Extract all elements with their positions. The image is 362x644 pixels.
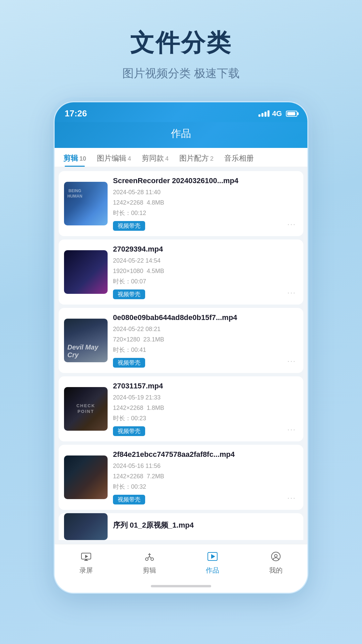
file-item[interactable]: Devil May Cry 0e080e09bab644ad8de0b15f7.… [59,308,303,373]
nav-edit[interactable]: 剪辑 [142,549,157,575]
svg-rect-3 [84,560,88,561]
page-subtitle: 图片视频分类 极速下载 [122,66,239,81]
file-resolution: 644×362 4.5MB [113,267,280,276]
file-duration: 时长：00:07 [113,277,280,286]
tab-music-album[interactable]: 音乐相册 [219,148,259,167]
file-duration: 时长：00:23 [113,414,280,423]
svg-line-6 [148,556,149,558]
nav-profile[interactable]: 我的 [268,549,283,575]
nav-works[interactable]: 作品 [205,549,220,575]
status-icons: 4G [258,109,297,118]
file-item[interactable]: CHECKPOINT 27031157.mp4 2024-05-19 21:33… [59,376,303,441]
tab-bar: 剪辑10 图片编辑4 剪同款4 图片配方2 音乐相册 [55,148,307,167]
page-title: 文件分类 [130,27,232,59]
file-item[interactable]: 27029394.mp4 2024-05-22 14:54 644×362 … [59,239,303,305]
profile-icon [268,549,283,564]
file-tag: 视频带壳 [113,221,145,231]
file-name: ScreenRecorder 20240326100...mp4 [113,176,280,185]
file-tag: 视频带壳 [113,289,145,299]
network-type: 4G [272,109,282,118]
home-bar [151,585,211,587]
home-indicator [55,582,307,593]
status-bar: 17:26 4G [55,102,307,122]
file-list: BEINGHUMAN ScreenRecorder 20240326100...… [55,167,307,544]
nav-label-edit: 剪辑 [143,566,156,575]
tab-jiantongkuan[interactable]: 剪同款4 [136,148,174,167]
file-info: 2f84e21ebcc747578aa2faf8fc...mp4 2024-05… [113,450,280,504]
battery-icon [286,111,297,117]
file-thumbnail [64,513,108,540]
more-button[interactable]: ··· [285,493,298,502]
file-thumbnail [64,250,108,294]
file-info: 序列 01_2原视频_1.mp4 [113,520,298,533]
works-icon [205,549,220,564]
file-resolution: 720×1280 23.1MB [113,335,280,344]
file-date: 2024-05-16 11:56 [113,462,280,471]
file-tag: 视频带壳 [113,495,145,504]
file-info: 27031157.mp4 2024-05-19 21:33 1242×2268 … [113,382,280,436]
file-name: 2f84e21ebcc747578aa2faf8fc...mp4 [113,450,280,459]
file-thumbnail: Devil May Cry [64,319,108,362]
file-name: 27029394.mp4 [113,245,280,254]
signal-icon [258,110,269,117]
scissors-icon [142,549,157,564]
file-duration: 时长：00:12 [113,209,280,218]
app-title-bar: 作品 [55,122,307,148]
file-tag: 视频带壳 [113,426,145,436]
bottom-nav: 录屏 剪辑 作品 [55,544,307,582]
file-info: 27029394.mp4 2024-05-22 14:54 644×362 … [113,245,280,299]
tab-picture-edit[interactable]: 图片编辑4 [92,148,136,167]
file-thumbnail: BEINGHUMAN [64,182,108,225]
more-button[interactable]: ··· [285,425,298,434]
file-tag: 视频带壳 [113,358,145,368]
app-title: 作品 [65,127,297,141]
nav-label-works: 作品 [206,566,219,575]
svg-point-12 [272,552,280,561]
file-date: 2024-05-28 11:40 [113,188,280,197]
file-name: 序列 01_2原视频_1.mp4 [113,520,298,530]
svg-point-13 [275,554,277,557]
nav-label-profile: 我的 [269,566,283,575]
svg-marker-11 [211,554,215,559]
svg-point-4 [145,558,148,560]
svg-rect-2 [85,559,87,560]
file-duration: 时长：00:41 [113,345,280,355]
svg-line-7 [149,556,151,558]
file-info: 0e080e09bab644ad8de0b15f7...mp4 2024-05-… [113,313,280,368]
file-duration: 时长：00:32 [113,482,280,491]
tab-picture-recipe[interactable]: 图片配方2 [174,148,219,167]
more-button[interactable]: ··· [285,288,298,297]
more-button[interactable]: ··· [285,356,298,366]
file-info: ScreenRecorder 20240326100...mp4 2024-05… [113,176,280,231]
screen-record-icon [79,549,94,564]
file-item[interactable]: 2f84e21ebcc747578aa2faf8fc...mp4 2024-05… [59,445,303,510]
file-resolution: 1242×2268 4.8MB [113,198,280,207]
file-date: 2024-05-22 08:21 [113,325,280,334]
status-time: 17:26 [65,108,87,119]
file-thumbnail [64,455,108,499]
file-item[interactable]: BEINGHUMAN ScreenRecorder 20240326100...… [59,171,303,236]
file-resolution: 1242×2268 1.8MB [113,404,280,413]
file-resolution: 1242×2268 7.2MB [113,472,280,481]
file-name: 27031157.mp4 [113,382,280,390]
nav-screen-record[interactable]: 录屏 [79,549,94,575]
file-date: 2024-05-19 21:33 [113,393,280,402]
nav-label-screen-record: 录屏 [79,566,93,575]
svg-marker-1 [85,555,88,558]
phone-frame: 17:26 4G 作品 剪辑10 图片编辑4 剪同款4 [54,101,308,594]
file-item-partial[interactable]: 序列 01_2原视频_1.mp4 [59,513,303,540]
more-button[interactable]: ··· [285,219,298,229]
svg-point-5 [151,558,154,560]
file-thumbnail: CHECKPOINT [64,387,108,431]
file-date: 2024-05-22 14:54 [113,256,280,265]
tab-jianjian[interactable]: 剪辑10 [58,148,92,167]
file-name: 0e080e09bab644ad8de0b15f7...mp4 [113,313,280,322]
